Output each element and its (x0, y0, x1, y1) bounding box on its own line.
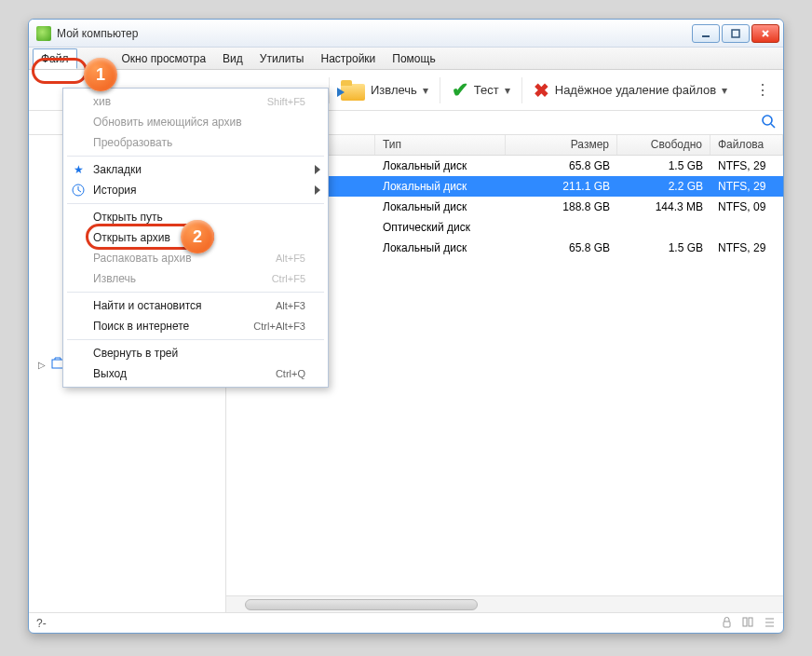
statusbar: ?- (29, 612, 783, 633)
minimize-button[interactable] (692, 24, 720, 43)
chevron-down-icon[interactable]: ▾ (505, 84, 510, 97)
menu-item-bookmarks[interactable]: ★ Закладки (63, 159, 328, 180)
menu-separator (67, 156, 324, 157)
cell-free: 1.5 GB (617, 159, 710, 172)
submenu-arrow-icon (315, 185, 320, 195)
annotation-callout-1: 1 (84, 58, 117, 91)
menu-item-label: Свернуть в трей (93, 347, 178, 360)
svg-rect-9 (749, 618, 752, 626)
layout-icon[interactable] (742, 616, 754, 631)
cell-type: Локальный диск (375, 159, 506, 172)
horizontal-scrollbar[interactable] (226, 595, 783, 612)
toolbar-separator (440, 77, 440, 103)
chevron-down-icon[interactable]: ▾ (423, 84, 428, 97)
folder-out-icon (341, 80, 365, 101)
col-free[interactable]: Свободно (617, 135, 710, 155)
extract-button[interactable]: Извлечь ▾ (333, 76, 436, 104)
menu-item-label: Извлечь (93, 272, 136, 285)
app-icon (36, 26, 51, 41)
menu-item-label: Поиск в интернете (93, 320, 189, 333)
cross-icon: ✖ (534, 79, 549, 102)
maximize-button[interactable] (722, 24, 750, 43)
menu-item-find-stop[interactable]: Найти и остановится Alt+F3 (63, 295, 328, 316)
menubar: Файл Окно просмотра Вид Утилиты Настройк… (29, 48, 783, 70)
toolbar-overflow[interactable]: ⋮ (748, 81, 778, 99)
view-mode-icon[interactable] (764, 616, 776, 631)
cell-free: 144.3 MB (617, 200, 710, 213)
menu-item-label: Открыть путь (93, 211, 163, 224)
menu-item-label: Преобразовать (93, 136, 172, 149)
cell-size: 211.1 GB (506, 180, 617, 193)
clock-icon (71, 183, 86, 198)
titlebar[interactable]: Мой компьютер (29, 20, 783, 48)
menu-separator (67, 339, 324, 340)
cell-fs: NTFS, 09 (710, 200, 783, 213)
toolbar-separator (521, 77, 522, 103)
window-title: Мой компьютер (57, 27, 138, 40)
menu-item-history[interactable]: История (63, 180, 328, 200)
search-icon[interactable] (761, 114, 776, 131)
menu-item-shortcut: Alt+F5 (276, 253, 305, 264)
submenu-arrow-icon (315, 165, 320, 174)
cell-free: 1.5 GB (617, 241, 710, 254)
col-size[interactable]: Размер (506, 135, 617, 155)
lock-icon[interactable] (721, 616, 733, 631)
cell-free: 2.2 GB (617, 180, 710, 193)
expand-triangle-icon: ▷ (38, 360, 46, 370)
menu-settings[interactable]: Настройки (313, 49, 383, 68)
menu-item-shortcut: Ctrl+F5 (272, 273, 305, 284)
scrollbar-thumb[interactable] (245, 599, 478, 610)
check-icon: ✔ (452, 78, 468, 102)
col-type[interactable]: Тип (375, 135, 506, 155)
menu-utilities[interactable]: Утилиты (252, 49, 312, 68)
svg-point-4 (763, 116, 772, 125)
secure-delete-button[interactable]: ✖ Надёжное удаление файлов ▾ (526, 75, 735, 105)
secure-delete-label: Надёжное удаление файлов (555, 83, 716, 97)
menu-item-extract[interactable]: Извлечь Ctrl+F5 (63, 268, 328, 289)
menu-item-update-archive[interactable]: Обновить имеющийся архив (63, 112, 328, 132)
menu-item-shortcut: Alt+F3 (276, 300, 305, 311)
menu-item-to-tray[interactable]: Свернуть в трей (63, 343, 328, 363)
star-icon: ★ (71, 162, 86, 177)
window-controls (690, 24, 779, 43)
menu-item-exit[interactable]: Выход Ctrl+Q (63, 363, 328, 384)
cell-fs: NTFS, 29 (710, 180, 783, 193)
test-button[interactable]: ✔ Тест ▾ (444, 75, 518, 106)
menu-separator (67, 203, 324, 204)
menu-view[interactable]: Вид (215, 49, 250, 68)
svg-rect-7 (724, 622, 730, 627)
menu-item-web-search[interactable]: Поиск в интернете Ctrl+Alt+F3 (63, 316, 328, 336)
cell-size: 188.8 GB (506, 200, 617, 213)
menu-item-label: Закладки (93, 163, 142, 176)
cell-type: Локальный диск (375, 241, 506, 254)
annotation-callout-2: 2 (181, 220, 214, 253)
cell-fs: NTFS, 29 (710, 159, 783, 172)
cell-size: 65.8 GB (506, 159, 617, 172)
toolbar-separator (329, 77, 330, 103)
status-text: ?- (36, 617, 47, 630)
menu-item-create-archive[interactable]: хив Shift+F5 (63, 91, 328, 112)
menu-item-shortcut: Ctrl+Alt+F3 (253, 321, 305, 332)
menu-item-shortcut: Ctrl+Q (276, 368, 305, 379)
app-window: Мой компьютер Файл Окно просмотра Вид Ут… (28, 19, 784, 634)
close-button[interactable] (751, 24, 779, 43)
menu-view-window[interactable]: Окно просмотра (115, 49, 214, 68)
menu-item-convert[interactable]: Преобразовать (63, 132, 328, 153)
cell-fs: NTFS, 29 (710, 241, 783, 254)
menu-item-label: Обновить имеющийся архив (93, 116, 242, 129)
chevron-down-icon[interactable]: ▾ (722, 84, 727, 97)
menu-item-label: хив (93, 95, 111, 108)
menu-item-label: Открыть архив (93, 231, 170, 244)
col-fs[interactable]: Файлова (710, 135, 783, 155)
menu-help[interactable]: Помощь (385, 49, 442, 68)
svg-rect-8 (743, 618, 747, 626)
cell-type: Локальный диск (375, 200, 506, 213)
menu-separator (67, 292, 324, 293)
menu-item-label: Найти и остановится (93, 299, 202, 312)
cell-type: Локальный диск (375, 180, 506, 193)
cell-type: Оптический диск (375, 221, 506, 234)
test-label: Тест (474, 83, 499, 97)
menu-file[interactable]: Файл (33, 48, 77, 69)
svg-rect-1 (732, 30, 739, 37)
menu-item-label: Выход (93, 367, 127, 380)
